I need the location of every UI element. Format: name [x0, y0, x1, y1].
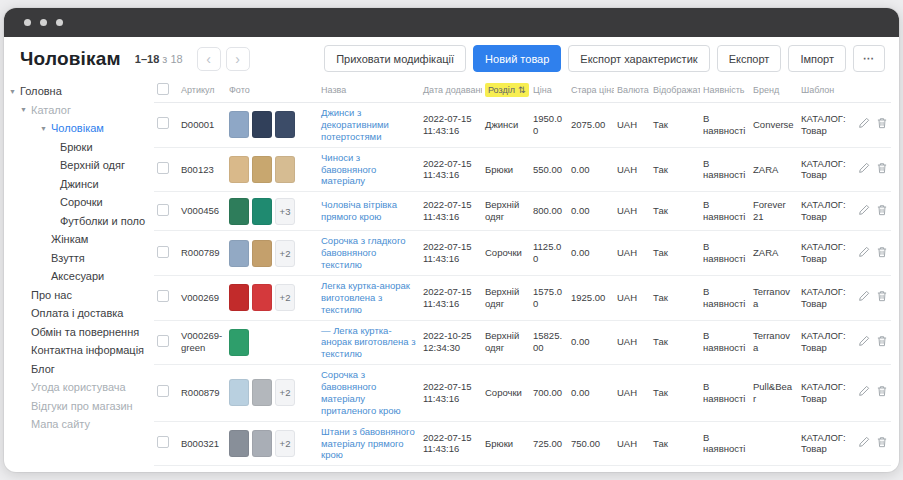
delete-button[interactable]: [876, 162, 888, 177]
sidebar-item[interactable]: Угода користувача: [4, 378, 154, 397]
product-photo[interactable]: [252, 240, 272, 267]
prev-page-button[interactable]: ‹: [197, 47, 221, 71]
window-control-dot[interactable]: [40, 19, 47, 26]
column-header[interactable]: Ціна: [530, 78, 568, 103]
product-photo[interactable]: [229, 111, 249, 138]
hide-modifications-button[interactable]: Приховати модифікації: [324, 45, 466, 72]
product-name-link[interactable]: — Легка куртка-анорак виготовлена з текс…: [321, 325, 416, 360]
window-control-dot[interactable]: [24, 19, 31, 26]
edit-button[interactable]: [858, 117, 870, 132]
more-photos-badge[interactable]: +2: [275, 240, 295, 267]
sidebar-item[interactable]: Мапа сайту: [4, 415, 154, 434]
delete-button[interactable]: [876, 246, 888, 261]
sidebar-item[interactable]: Блог: [4, 360, 154, 379]
row-checkbox[interactable]: [157, 436, 169, 448]
row-checkbox[interactable]: [157, 162, 169, 174]
product-name-link[interactable]: Сорочка з бавовняного матеріалу притален…: [321, 369, 401, 416]
sort-icon[interactable]: ⇅: [518, 85, 526, 95]
column-header[interactable]: Дата додавання: [420, 78, 482, 103]
product-photo[interactable]: [252, 430, 272, 457]
product-photo[interactable]: [229, 430, 249, 457]
column-header[interactable]: Відображати: [650, 78, 700, 103]
delete-button[interactable]: [876, 436, 888, 451]
row-checkbox[interactable]: [157, 246, 169, 258]
sidebar-item[interactable]: Оплата і доставка: [4, 304, 154, 323]
product-photo[interactable]: [229, 379, 249, 406]
product-photo[interactable]: [229, 240, 249, 267]
select-all-checkbox[interactable]: [157, 83, 169, 95]
more-photos-badge[interactable]: +2: [275, 430, 295, 457]
edit-button[interactable]: [858, 162, 870, 177]
more-actions-button[interactable]: ⋯: [853, 45, 885, 72]
row-checkbox[interactable]: [157, 290, 169, 302]
column-header[interactable]: Фото: [226, 78, 318, 103]
sidebar-item[interactable]: Жінкам: [4, 230, 154, 249]
column-header-sorted[interactable]: Розділ⇅: [485, 83, 529, 97]
sidebar-item[interactable]: Аксесуари: [4, 267, 154, 286]
row-checkbox[interactable]: [157, 385, 169, 397]
product-photo[interactable]: [252, 379, 272, 406]
product-name-link[interactable]: Сорочка з гладкого бавовняного текстилю: [321, 235, 405, 270]
delete-button[interactable]: [876, 117, 888, 132]
sidebar-item[interactable]: Про нас: [4, 286, 154, 305]
product-photo[interactable]: [275, 111, 295, 138]
window-control-dot[interactable]: [56, 19, 63, 26]
delete-button[interactable]: [876, 385, 888, 400]
export-characteristics-button[interactable]: Експорт характеристик: [568, 45, 709, 72]
product-photo[interactable]: [252, 111, 272, 138]
expand-arrow-icon[interactable]: ▼: [9, 88, 17, 95]
edit-button[interactable]: [858, 436, 870, 451]
sidebar-item[interactable]: Відгуки про магазин: [4, 397, 154, 416]
sidebar-item[interactable]: Джинси: [4, 175, 154, 194]
product-name-link[interactable]: Штани з бавовняного матеріалу прямого кр…: [321, 426, 415, 461]
column-header[interactable]: Стара ціна: [568, 78, 614, 103]
sidebar-item[interactable]: Обмін та повернення: [4, 323, 154, 342]
column-header[interactable]: Шаблон: [798, 78, 852, 103]
product-photo[interactable]: [252, 156, 272, 183]
sidebar-item[interactable]: Контактна інформація: [4, 341, 154, 360]
row-checkbox[interactable]: [157, 117, 169, 129]
sidebar-item[interactable]: Верхній одяг: [4, 156, 154, 175]
delete-button[interactable]: [876, 204, 888, 219]
product-name-link[interactable]: Джинси з декоративними потертостями: [321, 107, 389, 142]
edit-button[interactable]: [858, 385, 870, 400]
product-photo[interactable]: [229, 284, 249, 311]
more-photos-badge[interactable]: +3: [275, 198, 295, 225]
sidebar-item[interactable]: Сорочки: [4, 193, 154, 212]
edit-button[interactable]: [858, 290, 870, 305]
expand-arrow-icon[interactable]: ▼: [40, 125, 48, 132]
sidebar-item[interactable]: Брюки: [4, 138, 154, 157]
sidebar-item[interactable]: ▼Головна: [4, 82, 154, 101]
edit-button[interactable]: [858, 204, 870, 219]
column-header[interactable]: Валюта: [614, 78, 650, 103]
column-header[interactable]: Бренд: [750, 78, 798, 103]
column-header[interactable]: Назва: [318, 78, 420, 103]
product-photo[interactable]: [252, 284, 272, 311]
product-name-link[interactable]: Чоловіча вітрівка прямого крою: [321, 199, 397, 222]
edit-button[interactable]: [858, 335, 870, 350]
more-photos-badge[interactable]: +2: [275, 379, 295, 406]
product-photo[interactable]: [229, 156, 249, 183]
export-button[interactable]: Експорт: [717, 45, 782, 72]
column-header[interactable]: Артикул: [178, 78, 226, 103]
product-name-link[interactable]: Легка куртка-анорак виготовлена з тексти…: [321, 280, 410, 315]
sidebar-item[interactable]: Взуття: [4, 249, 154, 268]
expand-arrow-icon[interactable]: ▼: [20, 106, 28, 113]
next-page-button[interactable]: ›: [226, 47, 250, 71]
product-name-link[interactable]: Чиноси з бавовняного матеріалу: [321, 152, 376, 187]
delete-button[interactable]: [876, 335, 888, 350]
delete-button[interactable]: [876, 290, 888, 305]
sidebar-item[interactable]: ▼Каталог: [4, 101, 154, 120]
product-photo[interactable]: [229, 198, 249, 225]
row-checkbox[interactable]: [157, 204, 169, 216]
edit-button[interactable]: [858, 246, 870, 261]
column-header[interactable]: Наявність: [700, 78, 750, 103]
product-photo[interactable]: [275, 156, 295, 183]
sidebar-item[interactable]: Футболки и поло: [4, 212, 154, 231]
sidebar-item[interactable]: ▼Чоловікам: [4, 119, 154, 138]
more-photos-badge[interactable]: +2: [275, 284, 295, 311]
import-button[interactable]: Імпорт: [788, 45, 846, 72]
product-photo[interactable]: [252, 198, 272, 225]
product-photo[interactable]: [229, 329, 249, 356]
row-checkbox[interactable]: [157, 335, 169, 347]
